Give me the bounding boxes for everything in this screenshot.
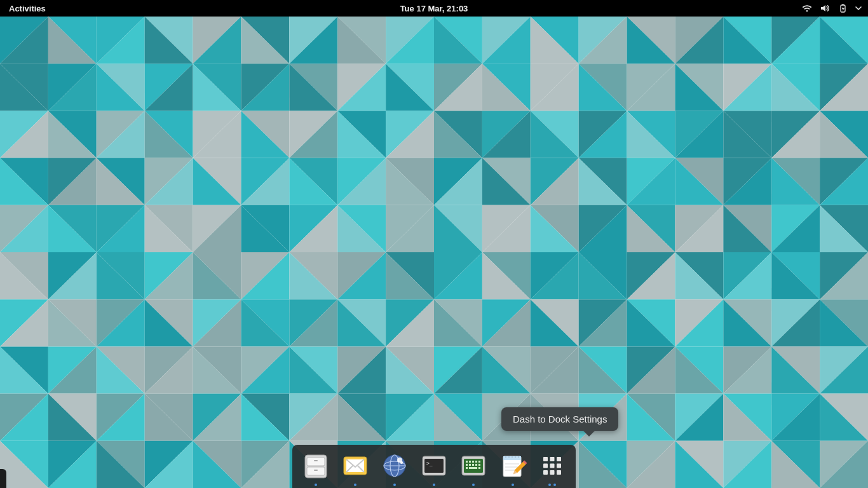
keyboard-icon	[458, 450, 489, 482]
dock-item-terminal[interactable]: >_	[417, 449, 451, 485]
desktop-wallpaper: (function(){ var ns="http://www.w3.org/2…	[0, 17, 868, 488]
dock-item-texteditor[interactable]	[496, 449, 530, 485]
globe-icon	[379, 450, 410, 482]
svg-rect-411	[550, 464, 555, 468]
tooltip-dash-to-dock-settings: Dash to Dock Settings	[501, 407, 618, 431]
system-status-area	[802, 3, 862, 13]
svg-rect-366	[314, 460, 318, 461]
svg-rect-389	[475, 464, 477, 466]
svg-rect-391	[466, 467, 468, 469]
mail-icon	[339, 450, 371, 482]
left-edge-trigger[interactable]	[0, 469, 6, 488]
volume-icon[interactable]	[820, 3, 830, 13]
svg-rect-407	[543, 457, 548, 461]
dock-item-files[interactable]	[299, 449, 333, 485]
clock[interactable]: Tue 17 Mar, 21:03	[400, 4, 468, 13]
files-icon	[300, 450, 332, 482]
svg-rect-367	[314, 470, 318, 471]
svg-rect-385	[478, 461, 480, 463]
tooltip-text: Dash to Dock Settings	[513, 414, 607, 424]
svg-rect-381	[466, 461, 468, 463]
svg-rect-414	[550, 470, 555, 475]
network-wifi-icon[interactable]	[802, 3, 812, 13]
svg-rect-408	[550, 457, 555, 461]
svg-rect-382	[469, 461, 471, 463]
svg-rect-384	[475, 461, 477, 463]
svg-point-375	[400, 461, 403, 464]
svg-rect-387	[469, 464, 471, 466]
svg-rect-392	[469, 467, 477, 469]
svg-rect-415	[557, 470, 561, 475]
chevron-down-icon[interactable]	[855, 5, 862, 11]
apps-grid-icon	[536, 450, 568, 482]
svg-rect-393	[478, 467, 480, 469]
svg-rect-390	[478, 464, 480, 466]
battery-icon[interactable]	[837, 3, 848, 13]
dock-item-mail[interactable]	[338, 449, 372, 485]
svg-rect-362	[842, 4, 844, 5]
svg-rect-409	[557, 457, 561, 461]
svg-rect-412	[557, 464, 561, 468]
activities-button[interactable]: Activities	[0, 4, 55, 13]
svg-text:>_: >_	[426, 461, 433, 466]
svg-rect-383	[472, 461, 474, 463]
top-bar: Activities Tue 17 Mar, 21:03	[0, 0, 868, 17]
terminal-icon: >_	[418, 450, 450, 482]
svg-rect-365	[307, 467, 325, 475]
svg-rect-364	[307, 458, 325, 466]
svg-rect-410	[543, 464, 548, 468]
notepad-icon	[497, 450, 529, 482]
svg-rect-388	[472, 464, 474, 466]
dock-item-browser[interactable]	[377, 449, 412, 485]
dock-item-show-applications[interactable]	[535, 449, 569, 485]
svg-rect-413	[543, 470, 548, 475]
dock: >_	[292, 445, 576, 488]
svg-rect-386	[466, 464, 468, 466]
dock-item-accessories[interactable]	[456, 449, 491, 485]
